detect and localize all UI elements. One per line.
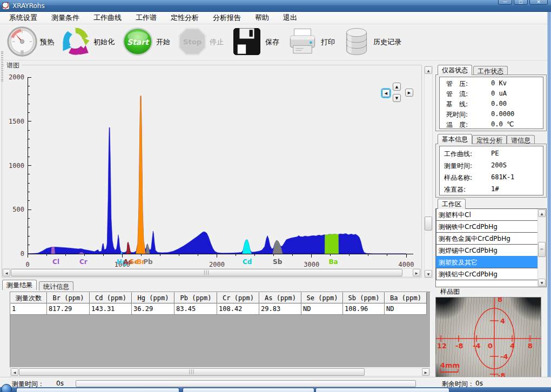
save-button[interactable]: 保存 — [231, 26, 279, 59]
svg-text:4000: 4000 — [399, 261, 414, 268]
table-h-scroll-thumb[interactable]: ||| — [19, 368, 365, 376]
app-icon — [2, 2, 10, 10]
stop-button[interactable]: Stop 停止 — [177, 26, 224, 58]
col-header-as: As (ppm) — [259, 292, 301, 303]
print-button[interactable]: 打印 — [286, 26, 335, 59]
instrument-status-inner: 管 压:0 Kv 管 流:0 uA 基 线:0.00 死时间:0.0000 温 … — [439, 77, 543, 129]
workspace-item-plastics-other[interactable]: 测塑胶及其它 — [436, 256, 538, 268]
svg-text:Cl: Cl — [52, 258, 59, 266]
close-button[interactable]: ✕ — [529, 0, 548, 5]
initialize-icon — [61, 26, 91, 59]
chart-scroll-right-arrow-icon[interactable]: ▶ — [413, 269, 420, 276]
results-data-row[interactable]: 1 817.29 143.31 36.29 83.45 108.42 29.83… — [10, 303, 430, 315]
history-database-icon — [342, 26, 371, 59]
svg-text:0: 0 — [25, 261, 29, 268]
toolbar: 预热 初始化 — [0, 24, 551, 60]
workspace-scroll-up-arrow-icon[interactable]: ▲ — [538, 209, 546, 217]
taskbar-fragment — [0, 387, 551, 392]
stop-icon-text: Stop — [183, 38, 201, 46]
workspace-item-steel[interactable]: 测钢铁中CrCdPbHg — [436, 220, 538, 233]
preheat-label: 预热 — [40, 37, 54, 47]
workspace-item-nonferrous[interactable]: 测有色金属中CrCdPbHg — [436, 232, 538, 245]
working-curve-value: PE — [491, 150, 499, 157]
dead-time-value: 0.0000 — [491, 110, 514, 118]
sample-scale-label: 4mm — [440, 361, 460, 369]
start-orb-icon[interactable] — [1, 384, 12, 392]
chart-v-scrollbar[interactable]: ▲ ▼ — [424, 66, 433, 278]
workspace-scrollbar[interactable]: ▲ ≡ ▼ — [537, 209, 546, 287]
chart-scroll-down-arrow-icon[interactable]: ▼ — [425, 270, 432, 278]
menu-working-spectrum[interactable]: 工作谱 — [131, 11, 162, 24]
col-header-se: Se (ppm) — [301, 292, 343, 303]
menu-qualitative-analysis[interactable]: 定性分析 — [166, 11, 204, 24]
table-scroll-left-arrow-icon[interactable]: ◀ — [11, 368, 18, 376]
sample-crosshair-overlay: 12 -8 -4 0 4 8 8 4 -4 -8 4mm — [436, 298, 541, 378]
col-header-sb: Sb (ppm) — [343, 292, 385, 303]
workspace-scroll-thumb[interactable]: ≡ — [538, 242, 546, 257]
taskbar-button[interactable] — [183, 388, 314, 392]
menu-exit[interactable]: 退出 — [278, 11, 302, 24]
cell-sb: 108.96 — [343, 303, 385, 315]
col-header-ba: Ba (ppm) — [385, 292, 427, 303]
tab-working-status[interactable]: 工作状态 — [473, 66, 508, 75]
col-header-br: Br (ppm) — [47, 292, 90, 303]
workspace-item-solder[interactable]: 测焊锡中CrCdPbHg — [436, 244, 538, 256]
menu-bar: 系统设置 测量条件 工作曲线 工作谱 定性分析 分析报告 帮助 退出 — [0, 12, 551, 24]
chart-scroll-left-arrow-icon[interactable]: ◀ — [3, 269, 10, 276]
menu-measure-conditions[interactable]: 测量条件 — [46, 11, 84, 24]
tab-instrument-status[interactable]: 仪器状态 — [438, 65, 472, 75]
workspace-item-plastic-cl[interactable]: 测塑料中Cl — [436, 208, 538, 221]
table-scroll-right-arrow-icon[interactable]: ▶ — [422, 368, 429, 376]
maximize-button[interactable]: ▢ — [514, 0, 528, 5]
pan-down-button[interactable]: ▼ — [393, 94, 401, 102]
sample-x-label-neg8: -8 — [455, 342, 463, 350]
pan-left-button[interactable]: ◀ — [382, 89, 390, 97]
measure-time-status-value: 0s — [56, 380, 64, 387]
preheat-button[interactable]: 预热 — [6, 26, 54, 59]
workspace-scroll-down-arrow-icon[interactable]: ▼ — [538, 279, 546, 286]
col-header-pb: Pb (ppm) — [174, 292, 217, 303]
pan-up-button[interactable]: ▲ — [393, 83, 401, 91]
col-header-hg: Hg (ppm) — [132, 292, 174, 303]
temperature-label: 温 度: — [446, 120, 468, 130]
tab-basic-info[interactable]: 基本信息 — [438, 134, 472, 144]
menu-help[interactable]: 帮助 — [250, 11, 274, 24]
pan-right-button[interactable]: ▶ — [405, 89, 413, 97]
chart-scroll-up-arrow-icon[interactable]: ▲ — [425, 66, 432, 74]
tab-statistics[interactable]: 统计信息 — [39, 281, 73, 290]
sample-y-label-4: 4 — [500, 317, 505, 325]
remaining-time-value: 0s — [475, 380, 483, 387]
tab-workspace[interactable]: 工作区 — [438, 199, 466, 209]
tab-measure-results[interactable]: 测量结果 — [2, 280, 37, 290]
taskbar-button[interactable] — [16, 388, 179, 392]
measure-progress-bar — [76, 380, 416, 387]
title-bar: XRAYRohs — [0, 0, 551, 12]
table-h-scrollbar[interactable]: ◀ ||| ▶ — [10, 368, 430, 376]
workspace-item-mg-al[interactable]: 测镁铝中CrCdPbHg — [436, 268, 538, 280]
results-table: 测量次数 Br (ppm) Cd (ppm) Hg (ppm) Pb (ppm)… — [10, 292, 431, 368]
chart-v-scroll-thumb[interactable] — [425, 217, 432, 231]
start-label: 开始 — [156, 37, 170, 47]
menu-system-settings[interactable]: 系统设置 — [4, 11, 42, 24]
cell-cr: 108.42 — [217, 303, 259, 315]
cell-as: 29.83 — [259, 303, 301, 315]
temperature-value: 0.0 ℃ — [491, 120, 514, 128]
chart-h-scroll-thumb[interactable]: ||| — [11, 269, 402, 276]
start-button[interactable]: Start 开始 — [122, 26, 170, 58]
tab-qualitative[interactable]: 定性分析 — [472, 135, 507, 144]
taskbar-button[interactable] — [315, 388, 449, 392]
cell-se: ND — [301, 303, 343, 315]
col-header-cd: Cd (ppm) — [90, 292, 132, 303]
tube-voltage-label: 管 压: — [446, 79, 468, 89]
print-icon — [286, 26, 319, 59]
chart-h-scrollbar[interactable]: ◀ ||| ▶ — [2, 268, 421, 277]
col-header-count: 测量次数 — [10, 292, 47, 303]
sample-x-label-neg12: 12 — [437, 342, 447, 350]
history-button[interactable]: 历史记录 — [342, 26, 401, 59]
initialize-button[interactable]: 初始化 — [61, 26, 115, 59]
minimize-button[interactable]: — — [498, 0, 512, 5]
initialize-label: 初始化 — [93, 37, 115, 47]
menu-analysis-report[interactable]: 分析报告 — [208, 11, 246, 24]
menu-working-curve[interactable]: 工作曲线 — [89, 11, 126, 24]
tab-spectrum-info[interactable]: 谱信息 — [507, 135, 535, 144]
